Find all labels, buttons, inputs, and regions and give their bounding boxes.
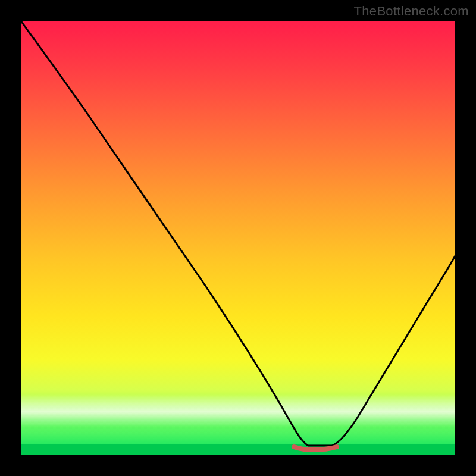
curve-layer <box>21 21 455 455</box>
chart-frame: TheBottleneck.com <box>0 0 476 476</box>
optimal-range-marker <box>294 447 337 450</box>
plot-area <box>21 21 455 455</box>
watermark-text: TheBottleneck.com <box>354 4 469 19</box>
bottleneck-curve <box>21 21 455 446</box>
